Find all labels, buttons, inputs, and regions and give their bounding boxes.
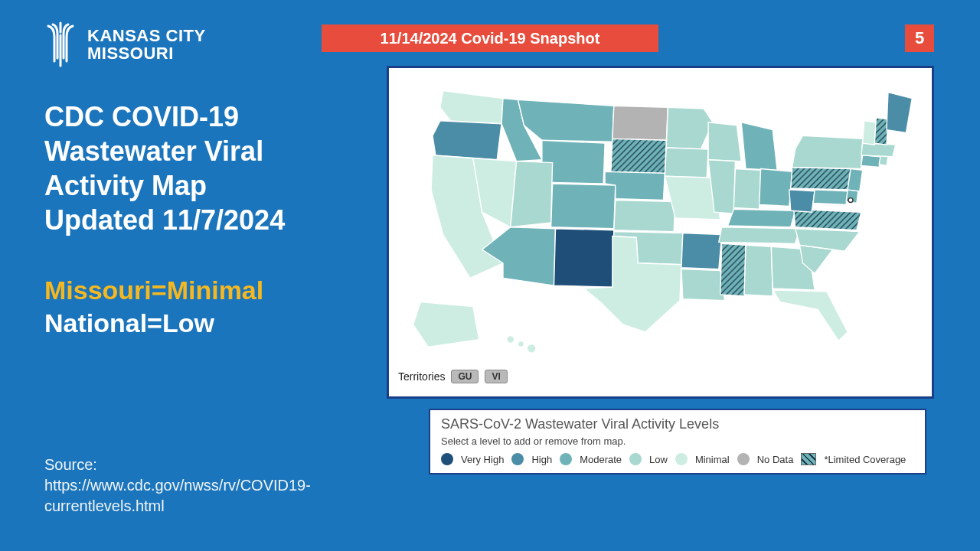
state-pa[interactable] [791, 168, 851, 190]
org-name: KANSAS CITY MISSOURI [87, 27, 206, 62]
state-la[interactable] [681, 269, 725, 301]
state-ar[interactable] [681, 233, 722, 269]
state-ms[interactable] [720, 243, 746, 296]
state-hi[interactable] [507, 336, 536, 354]
state-ut[interactable] [511, 161, 553, 227]
state-vt[interactable] [863, 121, 877, 145]
org-line1: KANSAS CITY [87, 27, 206, 44]
territory-vi[interactable]: VI [485, 370, 507, 383]
state-ny[interactable] [792, 135, 863, 168]
state-ma[interactable] [861, 143, 896, 157]
legend-label-minimal: Minimal [695, 454, 730, 465]
swatch-low[interactable] [629, 453, 642, 465]
state-az[interactable] [482, 227, 556, 285]
status-block: Missouri=Minimal National=Low [44, 274, 263, 339]
territories-row: Territories GU VI [398, 370, 923, 383]
swatch-minimal[interactable] [675, 453, 688, 465]
page-number: 5 [905, 24, 934, 52]
state-mt[interactable] [518, 99, 614, 142]
state-or[interactable] [433, 121, 501, 160]
state-mi[interactable] [741, 122, 777, 171]
swatch-nodata[interactable] [737, 453, 750, 465]
legend-label-high: High [531, 454, 552, 465]
state-va[interactable] [794, 209, 861, 230]
state-nm[interactable] [554, 229, 614, 287]
title-l3: Activity Map [44, 168, 366, 203]
state-nj[interactable] [848, 168, 863, 191]
legend-label-veryhigh: Very High [461, 454, 504, 465]
status-missouri: Missouri=Minimal [44, 274, 263, 307]
svg-point-1 [507, 336, 514, 344]
fountain-icon [44, 21, 77, 67]
state-wi[interactable] [708, 122, 741, 161]
state-ks[interactable] [614, 201, 675, 232]
source-prefix: Source: [44, 456, 97, 473]
svg-point-2 [518, 341, 524, 347]
svg-point-3 [527, 344, 536, 353]
source-url-l1: https://www.cdc.gov/nwss/rv/COVID19- [44, 477, 311, 494]
state-wv[interactable] [789, 190, 815, 212]
territories-label: Territories [398, 370, 445, 383]
legend-label-limited: *Limited Coverage [824, 454, 906, 465]
org-logo-block: KANSAS CITY MISSOURI [44, 21, 206, 67]
state-fl[interactable] [773, 290, 848, 341]
title-l2: Wastewater Viral [44, 134, 366, 168]
slide-title: CDC COVID-19 Wastewater Viral Activity M… [44, 99, 366, 237]
swatch-veryhigh[interactable] [441, 453, 453, 465]
status-national: National=Low [44, 307, 263, 340]
legend-label-nodata: No Data [757, 454, 794, 465]
state-dc[interactable] [848, 198, 853, 203]
legend-row: Very High High Moderate Low Minimal No D… [441, 453, 914, 465]
swatch-moderate[interactable] [560, 453, 572, 465]
state-tn[interactable] [719, 227, 800, 244]
map-panel: Territories GU VI [387, 66, 934, 399]
title-l4: Updated 11/7/2024 [44, 203, 366, 237]
legend-title: SARS-CoV-2 Wastewater Viral Activity Lev… [441, 416, 914, 432]
state-wa[interactable] [440, 91, 503, 124]
us-map [398, 74, 923, 365]
state-co[interactable] [551, 184, 616, 229]
state-nh[interactable] [874, 118, 888, 145]
swatch-limited[interactable] [801, 453, 816, 465]
title-l1: CDC COVID-19 [44, 99, 366, 134]
state-in[interactable] [733, 168, 760, 209]
legend-panel: SARS-CoV-2 Wastewater Viral Activity Lev… [429, 409, 926, 474]
state-ak[interactable] [413, 302, 479, 347]
state-ct[interactable] [861, 155, 880, 168]
state-sd[interactable] [611, 139, 666, 173]
state-mn[interactable] [666, 107, 713, 149]
state-ky[interactable] [728, 209, 795, 227]
swatch-high[interactable] [511, 453, 524, 465]
slide: KANSAS CITY MISSOURI 11/14/2024 Covid-19… [0, 0, 980, 551]
org-line2: MISSOURI [87, 44, 206, 62]
legend-subtitle: Select a level to add or remove from map… [441, 435, 914, 447]
source-url-l2: currentlevels.html [44, 497, 165, 514]
legend-label-moderate: Moderate [580, 454, 622, 465]
state-oh[interactable] [760, 168, 792, 206]
source-citation: Source: https://www.cdc.gov/nwss/rv/COVI… [44, 455, 366, 517]
state-md[interactable] [813, 190, 848, 205]
state-nd[interactable] [612, 106, 668, 140]
territory-gu[interactable]: GU [451, 370, 479, 383]
snapshot-banner: 11/14/2024 Covid-19 Snapshot [322, 24, 658, 52]
state-al[interactable] [744, 245, 773, 296]
legend-label-low: Low [649, 454, 668, 465]
state-me[interactable] [887, 93, 912, 133]
state-ia[interactable] [665, 148, 708, 178]
